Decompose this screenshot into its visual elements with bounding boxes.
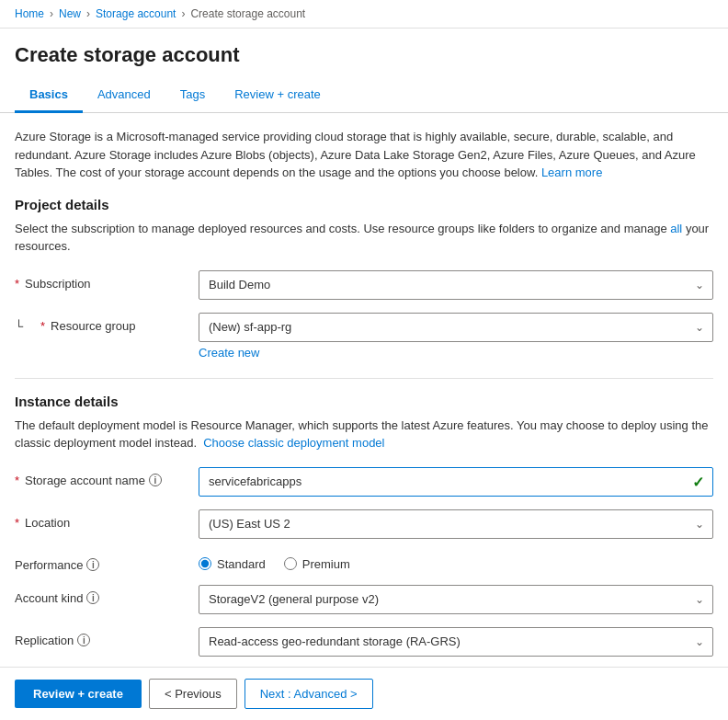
previous-button[interactable]: < Previous — [149, 679, 237, 709]
subscription-row: * Subscription Build Demo ⌄ — [15, 270, 713, 300]
storage-name-valid-icon: ✓ — [692, 473, 704, 490]
next-button[interactable]: Next : Advanced > — [245, 679, 373, 709]
breadcrumb-storage-account[interactable]: Storage account — [96, 7, 176, 20]
description-text: Azure Storage is a Microsoft-managed ser… — [15, 128, 713, 182]
footer: Review + create < Previous Next : Advanc… — [0, 667, 728, 720]
classic-deployment-link[interactable]: Choose classic deployment model — [203, 436, 384, 450]
instance-details-section: Instance details The default deployment … — [15, 394, 713, 690]
storage-account-name-control: ✓ — [199, 467, 713, 497]
tab-review-create[interactable]: Review + create — [220, 78, 336, 113]
create-new-link[interactable]: Create new — [199, 346, 713, 360]
breadcrumb-home[interactable]: Home — [15, 7, 44, 20]
performance-standard-option[interactable]: Standard — [199, 557, 266, 571]
replication-label: Replication i — [15, 627, 199, 647]
account-kind-control: StorageV2 (general purpose v2) ⌄ — [199, 585, 713, 614]
account-kind-select-wrapper: StorageV2 (general purpose v2) ⌄ — [199, 585, 713, 614]
performance-row: Performance i Standard Premium — [15, 552, 713, 572]
page-title: Create storage account — [0, 29, 728, 78]
subscription-select[interactable]: Build Demo — [199, 270, 713, 300]
project-details-title: Project details — [15, 197, 713, 212]
project-details-section: Project details Select the subscription … — [15, 197, 713, 360]
subscription-label: * Subscription — [15, 270, 199, 291]
resource-group-label: └ * Resource group — [15, 313, 199, 333]
location-row: * Location (US) East US 2 ⌄ — [15, 509, 713, 539]
performance-radio-group: Standard Premium — [199, 552, 713, 571]
resource-group-row: └ * Resource group (New) sf-app-rg ⌄ Cre… — [15, 313, 713, 360]
tab-advanced[interactable]: Advanced — [83, 78, 165, 113]
performance-premium-radio[interactable] — [284, 557, 297, 570]
project-details-desc: Select the subscription to manage deploy… — [15, 220, 713, 256]
location-label: * Location — [15, 509, 199, 530]
performance-label: Performance i — [15, 552, 199, 572]
tab-basics[interactable]: Basics — [15, 78, 83, 113]
breadcrumb-new[interactable]: New — [59, 7, 81, 20]
review-create-button[interactable]: Review + create — [15, 680, 142, 708]
tabs-container: Basics Advanced Tags Review + create — [0, 78, 728, 113]
all-link[interactable]: all — [670, 222, 682, 235]
instance-details-title: Instance details — [15, 394, 713, 409]
account-kind-row: Account kind i StorageV2 (general purpos… — [15, 585, 713, 614]
replication-select-wrapper: Read-access geo-redundant storage (RA-GR… — [199, 627, 713, 657]
storage-account-name-label: * Storage account name i — [15, 467, 199, 487]
tab-tags[interactable]: Tags — [165, 78, 220, 113]
resource-group-select-wrapper: (New) sf-app-rg ⌄ — [199, 313, 713, 342]
account-kind-info-icon[interactable]: i — [86, 591, 99, 604]
location-select[interactable]: (US) East US 2 — [199, 509, 713, 539]
content-area: Azure Storage is a Microsoft-managed ser… — [0, 113, 728, 720]
subscription-control: Build Demo ⌄ — [199, 270, 713, 300]
performance-premium-option[interactable]: Premium — [284, 557, 350, 571]
breadcrumb: Home › New › Storage account › Create st… — [0, 0, 728, 29]
learn-more-link[interactable]: Learn more — [541, 166, 602, 179]
subscription-select-wrapper: Build Demo ⌄ — [199, 270, 713, 300]
instance-details-desc: The default deployment model is Resource… — [15, 417, 713, 452]
account-kind-label: Account kind i — [15, 585, 199, 605]
replication-select[interactable]: Read-access geo-redundant storage (RA-GR… — [199, 627, 713, 657]
location-control: (US) East US 2 ⌄ — [199, 509, 713, 539]
performance-info-icon[interactable]: i — [86, 558, 99, 571]
resource-group-select[interactable]: (New) sf-app-rg — [199, 313, 713, 342]
replication-info-icon[interactable]: i — [77, 634, 90, 646]
section-divider-1 — [15, 378, 713, 379]
storage-account-name-input[interactable] — [199, 467, 713, 497]
replication-row: Replication i Read-access geo-redundant … — [15, 627, 713, 657]
breadcrumb-current: Create storage account — [190, 7, 305, 20]
location-select-wrapper: (US) East US 2 ⌄ — [199, 509, 713, 539]
performance-standard-radio[interactable] — [199, 557, 211, 570]
performance-control: Standard Premium — [199, 552, 713, 571]
storage-name-info-icon[interactable]: i — [149, 474, 162, 486]
replication-control: Read-access geo-redundant storage (RA-GR… — [199, 627, 713, 657]
account-kind-select[interactable]: StorageV2 (general purpose v2) — [199, 585, 713, 614]
storage-account-name-input-wrapper: ✓ — [199, 467, 713, 497]
resource-group-control: (New) sf-app-rg ⌄ Create new — [199, 313, 713, 360]
storage-account-name-row: * Storage account name i ✓ — [15, 467, 713, 497]
